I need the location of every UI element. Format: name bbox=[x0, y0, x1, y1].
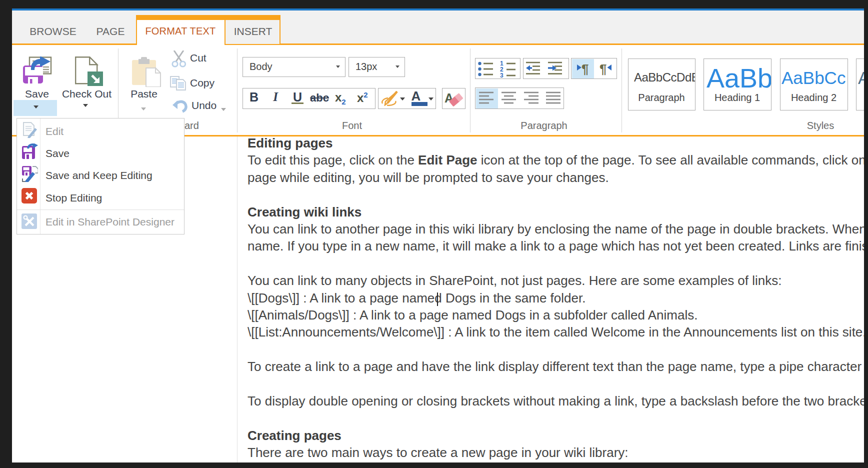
svg-text:¶: ¶ bbox=[582, 62, 588, 76]
svg-text:3: 3 bbox=[500, 72, 504, 78]
svg-text:¶: ¶ bbox=[600, 62, 606, 76]
